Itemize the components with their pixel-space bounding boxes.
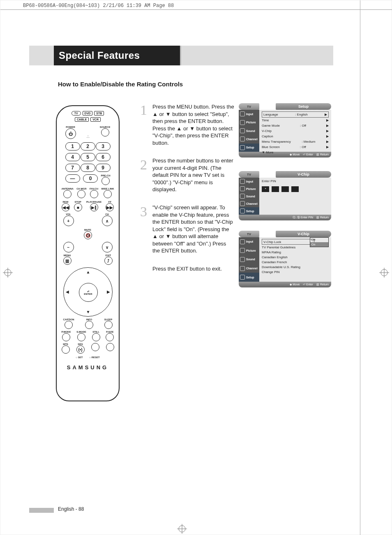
step-2: 2Press the number buttons to enter your … bbox=[140, 157, 235, 193]
ch-down[interactable]: ∨ bbox=[102, 242, 113, 252]
crop-line-vertical bbox=[360, 0, 360, 535]
footer-enter: ⏎ Enter bbox=[303, 283, 313, 286]
step-1: 1Press the MENU button. Press the ▲ or ▼… bbox=[140, 103, 235, 146]
num-4[interactable]: 4 bbox=[65, 153, 80, 161]
pin-box-1[interactable] bbox=[262, 186, 269, 192]
dpad-right-icon[interactable]: ▶ bbox=[107, 290, 110, 294]
ch-up[interactable]: ∧ bbox=[102, 215, 113, 226]
section-title-bar: Special Features bbox=[29, 46, 333, 65]
input-icon bbox=[240, 179, 245, 184]
page-subtitle: How to Enable/Disable the Rating Control… bbox=[58, 81, 183, 88]
pin-box-2[interactable] bbox=[272, 186, 279, 192]
mute-button[interactable]: 🔇 bbox=[84, 231, 92, 239]
ff-button[interactable]: ▶▶ bbox=[106, 203, 114, 211]
vol-down[interactable]: − bbox=[63, 242, 74, 252]
wiselink-button[interactable] bbox=[104, 190, 112, 198]
dpad-down-icon[interactable]: ▼ bbox=[86, 310, 90, 314]
pin-box-4[interactable] bbox=[291, 186, 299, 192]
menu-transparency[interactable]: Menu Transparency: Medium▶ bbox=[262, 139, 329, 144]
registration-mark-bottom bbox=[177, 524, 187, 534]
extra-button-2[interactable] bbox=[106, 343, 114, 351]
play-button[interactable]: ▶∥ bbox=[90, 203, 98, 211]
vol-up[interactable]: + bbox=[63, 215, 74, 226]
power-button[interactable]: ⏻ bbox=[65, 128, 76, 139]
menu-more[interactable]: ▼ More bbox=[262, 150, 329, 155]
osd-tv-label: TV bbox=[239, 103, 259, 110]
remote-device-vcr: VCR bbox=[90, 117, 101, 122]
menu-bluescreen[interactable]: Blue Screen: Off▶ bbox=[262, 144, 329, 150]
menu-gamemode[interactable]: Game Mode: Off▶ bbox=[262, 123, 329, 128]
prech-button[interactable] bbox=[101, 177, 110, 185]
set-label: ○ SET bbox=[76, 356, 83, 359]
channel-icon bbox=[240, 137, 245, 141]
pin-box-3[interactable] bbox=[281, 186, 289, 192]
num-9[interactable]: 9 bbox=[96, 164, 111, 172]
vchip-lock-options[interactable]: Off On bbox=[310, 237, 329, 247]
extra-button-1[interactable] bbox=[91, 343, 99, 351]
info-button[interactable] bbox=[85, 321, 93, 329]
canadian-french[interactable]: Canadian French bbox=[262, 259, 329, 264]
menu-language[interactable]: Language: English▶ bbox=[262, 111, 329, 118]
picture-icon bbox=[240, 248, 245, 253]
manual-page: BP68-00586A-00Eng(084~103) 2/21/06 11:39… bbox=[0, 0, 392, 535]
enter-button[interactable]: ⏎ENTER bbox=[79, 283, 98, 302]
vchip-lock[interactable]: V-Chip Lock bbox=[262, 239, 314, 245]
remote-device-tv: TV bbox=[71, 111, 81, 116]
menu-vchip[interactable]: V-Chip▶ bbox=[262, 128, 329, 134]
option-on[interactable]: On bbox=[310, 242, 328, 247]
osd-tv-label: TV bbox=[239, 231, 259, 237]
osd-title: V-Chip bbox=[276, 171, 331, 178]
antenna-button[interactable] bbox=[63, 190, 71, 198]
canadian-english[interactable]: Canadian English bbox=[262, 255, 329, 259]
downloadable-us[interactable]: Downloadable U.S. Rating bbox=[262, 264, 329, 269]
num-8[interactable]: 8 bbox=[81, 164, 95, 172]
picture-icon bbox=[240, 120, 245, 125]
chmgr-button[interactable] bbox=[77, 190, 85, 198]
channel-icon bbox=[240, 201, 245, 206]
menu-time[interactable]: Time▶ bbox=[262, 118, 329, 123]
num-1[interactable]: 1 bbox=[65, 142, 80, 151]
num-0[interactable]: 0 bbox=[83, 174, 98, 183]
num-7[interactable]: 7 bbox=[65, 164, 80, 172]
dpad-left-icon[interactable]: ◀ bbox=[66, 290, 69, 294]
sleep-button[interactable] bbox=[104, 321, 113, 329]
mpaa-rating[interactable]: MPAA Rating bbox=[262, 250, 329, 255]
num-3[interactable]: 3 bbox=[96, 142, 111, 151]
smode-button[interactable] bbox=[77, 333, 85, 341]
caption-button[interactable] bbox=[65, 321, 73, 329]
footer-move: ◆ Move bbox=[290, 283, 300, 286]
osd-title: V-Chip bbox=[276, 231, 331, 237]
dpad-up-icon[interactable]: ▲ bbox=[86, 270, 90, 274]
option-off[interactable]: Off bbox=[310, 238, 328, 242]
favch-button[interactable] bbox=[90, 190, 98, 198]
input-icon bbox=[240, 111, 245, 116]
num-5[interactable]: 5 bbox=[81, 153, 95, 161]
pmode-button[interactable] bbox=[62, 333, 70, 341]
pin-prompt: Enter PIN bbox=[262, 179, 329, 183]
srs-button[interactable]: (•) bbox=[76, 345, 85, 354]
stop-button[interactable]: ■ bbox=[74, 203, 82, 211]
source-button[interactable] bbox=[101, 128, 109, 137]
psize-button[interactable] bbox=[106, 333, 114, 341]
pin-input[interactable] bbox=[262, 186, 329, 192]
osd-setup-panel: TV Setup Input Picture Sound Channel Set… bbox=[239, 103, 331, 157]
num-6[interactable]: 6 bbox=[96, 153, 111, 161]
rew-button[interactable]: ◀◀ bbox=[62, 203, 70, 211]
num-2[interactable]: 2 bbox=[81, 142, 95, 151]
osd-vchip-panel: TV V-Chip Input Picture Sound Channel Se… bbox=[239, 231, 331, 287]
dpad: ▲ ▼ ◀ ▶ ⏎ENTER bbox=[63, 267, 113, 317]
sound-icon bbox=[240, 194, 245, 199]
menu-button[interactable]: ▥ bbox=[63, 257, 71, 265]
footer-return: ▥ Return bbox=[316, 283, 329, 286]
remote-device-dvd: DVD bbox=[83, 111, 93, 116]
exit-button[interactable]: ⤴ bbox=[104, 257, 113, 265]
menu-caption[interactable]: Caption▶ bbox=[262, 134, 329, 139]
change-pin[interactable]: Change PIN bbox=[262, 269, 329, 274]
still-button[interactable] bbox=[92, 333, 100, 341]
registration-mark-right bbox=[379, 268, 389, 278]
osd-title: Setup bbox=[276, 103, 331, 110]
mts-button[interactable] bbox=[62, 345, 70, 354]
dash-button[interactable]: — bbox=[65, 174, 80, 183]
footer-enterpin: ⓪..⑨ Enter PIN bbox=[293, 215, 313, 220]
input-icon bbox=[240, 239, 245, 244]
